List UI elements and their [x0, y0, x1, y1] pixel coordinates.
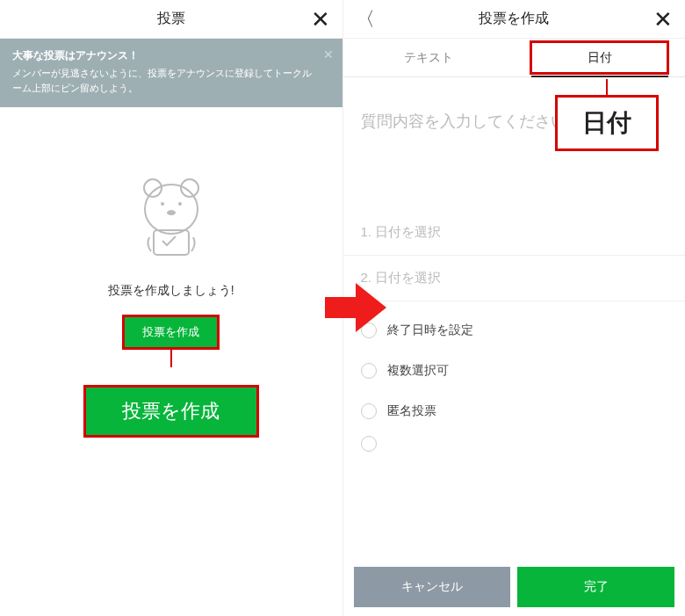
date-callout: 日付	[555, 95, 659, 151]
radio-empty-icon	[361, 436, 377, 452]
poll-settings: 終了日時を設定 複数選択可 匿名投票	[343, 310, 686, 456]
banner-body: メンバーが見逃さないように、投票をアナウンスに登録してトークルーム上部にピン留め…	[12, 66, 316, 95]
poll-type-tabs: テキスト 日付	[343, 39, 686, 77]
annotation-connector	[170, 350, 172, 367]
setting-multi[interactable]: 複数選択可	[343, 351, 686, 391]
svg-point-3	[161, 202, 164, 206]
create-poll-screen: 〈 投票を作成 ✕ テキスト 日付 日付 1. 日付を選択 2. 日付を選択 終…	[343, 0, 686, 616]
setting-label: 終了日時を設定	[387, 322, 473, 338]
svg-point-2	[145, 185, 198, 234]
banner-close-icon[interactable]: ✕	[323, 46, 334, 64]
header-title: 投票を作成	[479, 10, 549, 28]
arrow-icon	[325, 281, 386, 337]
tab-date[interactable]: 日付	[514, 39, 685, 76]
tab-date-label: 日付	[588, 50, 612, 66]
date-options: 1. 日付を選択 2. 日付を選択	[343, 210, 686, 301]
svg-point-5	[167, 210, 176, 215]
annotation-connector	[606, 79, 608, 97]
tab-text[interactable]: テキスト	[343, 39, 515, 76]
bottom-bar: キャンセル 完了	[343, 567, 686, 607]
setting-deadline[interactable]: 終了日時を設定	[343, 310, 686, 351]
radio-empty-icon	[361, 403, 377, 419]
header: 〈 投票を作成 ✕	[343, 0, 686, 39]
done-button[interactable]: 完了	[517, 567, 674, 607]
poll-list-screen: 投票 ✕ 大事な投票はアナウンス！ メンバーが見逃さないように、投票をアナウンス…	[0, 0, 343, 616]
header: 投票 ✕	[0, 0, 342, 39]
empty-prompt: 投票を作成しましょう!	[108, 283, 234, 299]
create-poll-button[interactable]: 投票を作成	[122, 315, 220, 350]
cancel-button[interactable]: キャンセル	[354, 567, 511, 607]
bear-icon	[132, 176, 211, 267]
create-poll-callout: 投票を作成	[83, 385, 259, 438]
setting-label: 匿名投票	[387, 403, 436, 419]
close-icon[interactable]: ✕	[311, 8, 330, 31]
setting-anon[interactable]: 匿名投票	[343, 391, 686, 431]
close-icon[interactable]: ✕	[653, 8, 673, 31]
radio-empty-icon	[361, 363, 377, 379]
back-icon[interactable]: 〈	[356, 10, 375, 29]
empty-state: 投票を作成しましょう! 投票を作成 投票を作成	[0, 176, 342, 438]
header-title: 投票	[157, 10, 185, 28]
announce-banner: 大事な投票はアナウンス！ メンバーが見逃さないように、投票をアナウンスに登録して…	[0, 39, 342, 107]
svg-point-4	[178, 202, 182, 206]
setting-label: 複数選択可	[387, 363, 449, 379]
setting-cutoff[interactable]	[343, 431, 686, 456]
date-option-2[interactable]: 2. 日付を選択	[343, 256, 686, 301]
date-option-1[interactable]: 1. 日付を選択	[343, 210, 686, 256]
banner-title: 大事な投票はアナウンス！	[12, 47, 316, 63]
